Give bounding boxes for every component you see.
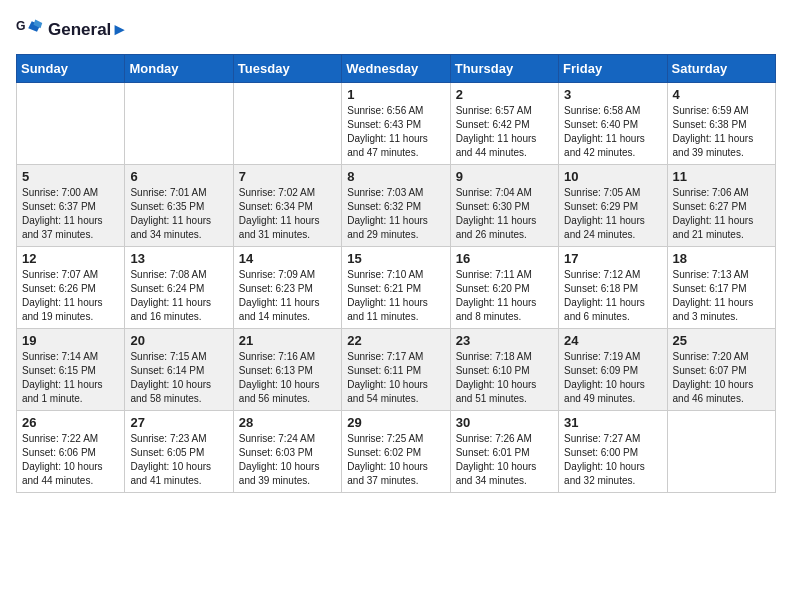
calendar-cell: 27Sunrise: 7:23 AMSunset: 6:05 PMDayligh… — [125, 411, 233, 493]
calendar-cell: 13Sunrise: 7:08 AMSunset: 6:24 PMDayligh… — [125, 247, 233, 329]
logo-blue: ► — [111, 20, 128, 39]
day-number: 21 — [239, 333, 336, 348]
logo-icon: G — [16, 16, 44, 44]
calendar-cell: 21Sunrise: 7:16 AMSunset: 6:13 PMDayligh… — [233, 329, 341, 411]
calendar-cell: 29Sunrise: 7:25 AMSunset: 6:02 PMDayligh… — [342, 411, 450, 493]
day-number: 12 — [22, 251, 119, 266]
day-info: Sunrise: 7:19 AMSunset: 6:09 PMDaylight:… — [564, 350, 661, 406]
day-number: 31 — [564, 415, 661, 430]
day-number: 13 — [130, 251, 227, 266]
day-info: Sunrise: 6:56 AMSunset: 6:43 PMDaylight:… — [347, 104, 444, 160]
day-info: Sunrise: 7:13 AMSunset: 6:17 PMDaylight:… — [673, 268, 770, 324]
day-info: Sunrise: 7:01 AMSunset: 6:35 PMDaylight:… — [130, 186, 227, 242]
calendar-cell: 4Sunrise: 6:59 AMSunset: 6:38 PMDaylight… — [667, 83, 775, 165]
day-info: Sunrise: 7:15 AMSunset: 6:14 PMDaylight:… — [130, 350, 227, 406]
calendar-table: SundayMondayTuesdayWednesdayThursdayFrid… — [16, 54, 776, 493]
day-info: Sunrise: 7:27 AMSunset: 6:00 PMDaylight:… — [564, 432, 661, 488]
calendar-cell — [667, 411, 775, 493]
day-number: 30 — [456, 415, 553, 430]
calendar-cell: 18Sunrise: 7:13 AMSunset: 6:17 PMDayligh… — [667, 247, 775, 329]
day-number: 22 — [347, 333, 444, 348]
day-number: 27 — [130, 415, 227, 430]
day-number: 4 — [673, 87, 770, 102]
day-info: Sunrise: 7:06 AMSunset: 6:27 PMDaylight:… — [673, 186, 770, 242]
calendar-cell: 22Sunrise: 7:17 AMSunset: 6:11 PMDayligh… — [342, 329, 450, 411]
weekday-header-sunday: Sunday — [17, 55, 125, 83]
day-info: Sunrise: 7:23 AMSunset: 6:05 PMDaylight:… — [130, 432, 227, 488]
day-number: 20 — [130, 333, 227, 348]
calendar-week-row: 5Sunrise: 7:00 AMSunset: 6:37 PMDaylight… — [17, 165, 776, 247]
day-info: Sunrise: 7:26 AMSunset: 6:01 PMDaylight:… — [456, 432, 553, 488]
day-info: Sunrise: 7:07 AMSunset: 6:26 PMDaylight:… — [22, 268, 119, 324]
calendar-cell: 8Sunrise: 7:03 AMSunset: 6:32 PMDaylight… — [342, 165, 450, 247]
day-info: Sunrise: 7:09 AMSunset: 6:23 PMDaylight:… — [239, 268, 336, 324]
calendar-week-row: 26Sunrise: 7:22 AMSunset: 6:06 PMDayligh… — [17, 411, 776, 493]
day-info: Sunrise: 7:20 AMSunset: 6:07 PMDaylight:… — [673, 350, 770, 406]
calendar-cell: 5Sunrise: 7:00 AMSunset: 6:37 PMDaylight… — [17, 165, 125, 247]
calendar-cell: 16Sunrise: 7:11 AMSunset: 6:20 PMDayligh… — [450, 247, 558, 329]
calendar-cell: 1Sunrise: 6:56 AMSunset: 6:43 PMDaylight… — [342, 83, 450, 165]
calendar-week-row: 1Sunrise: 6:56 AMSunset: 6:43 PMDaylight… — [17, 83, 776, 165]
day-info: Sunrise: 7:14 AMSunset: 6:15 PMDaylight:… — [22, 350, 119, 406]
day-number: 19 — [22, 333, 119, 348]
day-info: Sunrise: 7:22 AMSunset: 6:06 PMDaylight:… — [22, 432, 119, 488]
day-number: 8 — [347, 169, 444, 184]
day-info: Sunrise: 7:24 AMSunset: 6:03 PMDaylight:… — [239, 432, 336, 488]
day-number: 26 — [22, 415, 119, 430]
calendar-cell: 3Sunrise: 6:58 AMSunset: 6:40 PMDaylight… — [559, 83, 667, 165]
calendar-header-row: SundayMondayTuesdayWednesdayThursdayFrid… — [17, 55, 776, 83]
day-number: 18 — [673, 251, 770, 266]
calendar-week-row: 12Sunrise: 7:07 AMSunset: 6:26 PMDayligh… — [17, 247, 776, 329]
day-number: 3 — [564, 87, 661, 102]
day-info: Sunrise: 6:58 AMSunset: 6:40 PMDaylight:… — [564, 104, 661, 160]
weekday-header-thursday: Thursday — [450, 55, 558, 83]
calendar-cell: 20Sunrise: 7:15 AMSunset: 6:14 PMDayligh… — [125, 329, 233, 411]
calendar-cell: 15Sunrise: 7:10 AMSunset: 6:21 PMDayligh… — [342, 247, 450, 329]
day-number: 1 — [347, 87, 444, 102]
logo-text-line1: General► — [48, 21, 128, 40]
calendar-cell: 11Sunrise: 7:06 AMSunset: 6:27 PMDayligh… — [667, 165, 775, 247]
day-number: 14 — [239, 251, 336, 266]
calendar-cell — [17, 83, 125, 165]
day-number: 28 — [239, 415, 336, 430]
calendar-cell: 23Sunrise: 7:18 AMSunset: 6:10 PMDayligh… — [450, 329, 558, 411]
calendar-cell: 19Sunrise: 7:14 AMSunset: 6:15 PMDayligh… — [17, 329, 125, 411]
calendar-cell: 2Sunrise: 6:57 AMSunset: 6:42 PMDaylight… — [450, 83, 558, 165]
day-number: 7 — [239, 169, 336, 184]
day-info: Sunrise: 7:17 AMSunset: 6:11 PMDaylight:… — [347, 350, 444, 406]
calendar-cell: 14Sunrise: 7:09 AMSunset: 6:23 PMDayligh… — [233, 247, 341, 329]
day-info: Sunrise: 7:03 AMSunset: 6:32 PMDaylight:… — [347, 186, 444, 242]
day-number: 9 — [456, 169, 553, 184]
calendar-cell: 30Sunrise: 7:26 AMSunset: 6:01 PMDayligh… — [450, 411, 558, 493]
day-info: Sunrise: 6:57 AMSunset: 6:42 PMDaylight:… — [456, 104, 553, 160]
day-number: 16 — [456, 251, 553, 266]
logo: G General► — [16, 16, 128, 44]
calendar-cell: 17Sunrise: 7:12 AMSunset: 6:18 PMDayligh… — [559, 247, 667, 329]
day-info: Sunrise: 7:18 AMSunset: 6:10 PMDaylight:… — [456, 350, 553, 406]
day-info: Sunrise: 7:00 AMSunset: 6:37 PMDaylight:… — [22, 186, 119, 242]
calendar-cell: 31Sunrise: 7:27 AMSunset: 6:00 PMDayligh… — [559, 411, 667, 493]
calendar-cell — [233, 83, 341, 165]
calendar-cell — [125, 83, 233, 165]
day-info: Sunrise: 7:08 AMSunset: 6:24 PMDaylight:… — [130, 268, 227, 324]
calendar-cell: 10Sunrise: 7:05 AMSunset: 6:29 PMDayligh… — [559, 165, 667, 247]
day-number: 2 — [456, 87, 553, 102]
calendar-week-row: 19Sunrise: 7:14 AMSunset: 6:15 PMDayligh… — [17, 329, 776, 411]
weekday-header-saturday: Saturday — [667, 55, 775, 83]
calendar-cell: 6Sunrise: 7:01 AMSunset: 6:35 PMDaylight… — [125, 165, 233, 247]
day-number: 29 — [347, 415, 444, 430]
page-header: G General► — [16, 16, 776, 44]
day-number: 15 — [347, 251, 444, 266]
day-number: 11 — [673, 169, 770, 184]
calendar-cell: 26Sunrise: 7:22 AMSunset: 6:06 PMDayligh… — [17, 411, 125, 493]
day-info: Sunrise: 7:04 AMSunset: 6:30 PMDaylight:… — [456, 186, 553, 242]
svg-text:G: G — [16, 19, 26, 33]
day-number: 25 — [673, 333, 770, 348]
day-info: Sunrise: 7:25 AMSunset: 6:02 PMDaylight:… — [347, 432, 444, 488]
day-info: Sunrise: 7:12 AMSunset: 6:18 PMDaylight:… — [564, 268, 661, 324]
day-info: Sunrise: 7:16 AMSunset: 6:13 PMDaylight:… — [239, 350, 336, 406]
day-info: Sunrise: 7:10 AMSunset: 6:21 PMDaylight:… — [347, 268, 444, 324]
day-info: Sunrise: 7:11 AMSunset: 6:20 PMDaylight:… — [456, 268, 553, 324]
day-number: 24 — [564, 333, 661, 348]
calendar-cell: 25Sunrise: 7:20 AMSunset: 6:07 PMDayligh… — [667, 329, 775, 411]
